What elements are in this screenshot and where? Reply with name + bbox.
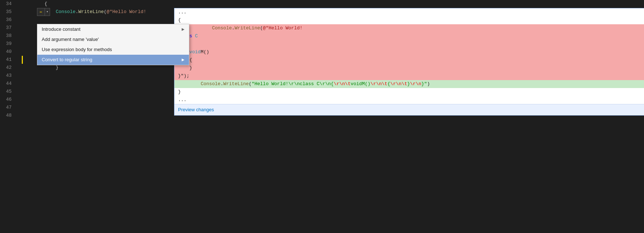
diff-line-removed-5: { [174,56,644,64]
menu-item-label: Introduce constant [42,25,80,33]
at-string: @"Hello World! [107,8,146,16]
line-42: 42 [0,64,15,72]
diff-preview-popup: ... { Console.WriteLine(@"Hello World! c… [174,8,644,116]
preview-changes-label: Preview changes [178,107,214,112]
lightbulb-area: ✏ ▾ [37,8,50,16]
line-47: 47 [0,104,15,112]
arrow-icon: ▾ [46,8,48,16]
line-35: 35 [0,8,15,16]
diff-dot: . [232,24,235,32]
diff-line-removed-7: }"); [174,72,644,80]
diff-text: ... [178,96,186,104]
paren-35: ( [104,8,107,16]
editor-container: 34 35 36 37 38 39 40 41 42 43 44 45 46 4… [0,0,644,233]
line-41: 41 [0,56,15,64]
preview-changes-footer[interactable]: Preview changes [174,104,644,115]
diff-console-class: Console [212,24,232,32]
submenu-arrow-icon: ▶ [182,25,185,33]
menu-item-expression-body[interactable]: Use expression body for methods [37,45,189,55]
diff-text: } [178,64,192,72]
change-indicator [22,56,23,64]
menu-item-introduce-constant[interactable]: Introduce constant ▶ [37,24,189,34]
diff-line-brace-open: { [174,16,644,24]
diff-text: { [178,16,181,24]
line-44: 44 [0,80,15,88]
menu-item-convert-string[interactable]: Convert to regular string ▶ [37,55,189,65]
line-48: 48 [0,112,15,120]
diff-paren: ( [260,24,263,32]
diff-line-removed-2: class C [174,32,644,40]
line-43: 43 [0,72,15,80]
diff-text: Console.WriteLine("Hello World!\r\nclass… [178,80,430,88]
line-numbers-gutter: 34 35 36 37 38 39 40 41 42 43 44 45 46 4… [0,0,18,233]
submenu-arrow-active-icon: ▶ [182,56,185,64]
line-45: 45 [0,88,15,96]
writeline-method: WriteLine [78,8,104,16]
menu-item-label: Convert to regular string [42,56,92,64]
diff-line-removed-1: Console.WriteLine(@"Hello World! [174,24,644,32]
code-text-34: { [22,0,47,8]
code-line-34: { [22,0,644,8]
console-class: Console [56,8,76,16]
line-46: 46 [0,96,15,104]
line-39: 39 [0,40,15,48]
diff-line-close-brace: } [174,88,644,96]
diff-writeline: WriteLine [235,24,260,32]
line-40: 40 [0,48,15,56]
diff-text: ... [178,8,186,16]
diff-line-removed-4: voidM() [174,48,644,56]
line-38: 38 [0,32,15,40]
dot-35: . [75,8,78,16]
line-37: 37 [0,24,15,32]
diff-line-removed-6: } [174,64,644,72]
diff-line-ellipsis-bottom: ... [174,96,644,104]
diff-line-added-1: Console.WriteLine("Hello World!\r\nclass… [174,80,644,88]
code-area: { Console . WriteLine ( @"Hello World! }… [18,0,644,233]
menu-item-label: Use expression body for methods [42,46,112,54]
menu-item-add-argument[interactable]: Add argument name 'value' [37,34,189,45]
line-36: 36 [0,16,15,24]
context-menu: Introduce constant ▶ Add argument name '… [37,24,189,65]
diff-text: }" [178,72,184,80]
menu-item-label: Add argument name 'value' [42,36,99,43]
diff-line-removed-3: { [174,40,644,48]
diff-text: } [178,88,181,96]
lightbulb-icon: ✏ [40,8,42,16]
lightbulb-dropdown-arrow[interactable]: ▾ [45,8,50,16]
lightbulb-button[interactable]: ✏ [37,8,45,16]
diff-at-string: @"Hello World! [263,24,302,32]
diff-line-ellipsis-top: ... [174,8,644,16]
line-34: 34 [0,0,15,8]
